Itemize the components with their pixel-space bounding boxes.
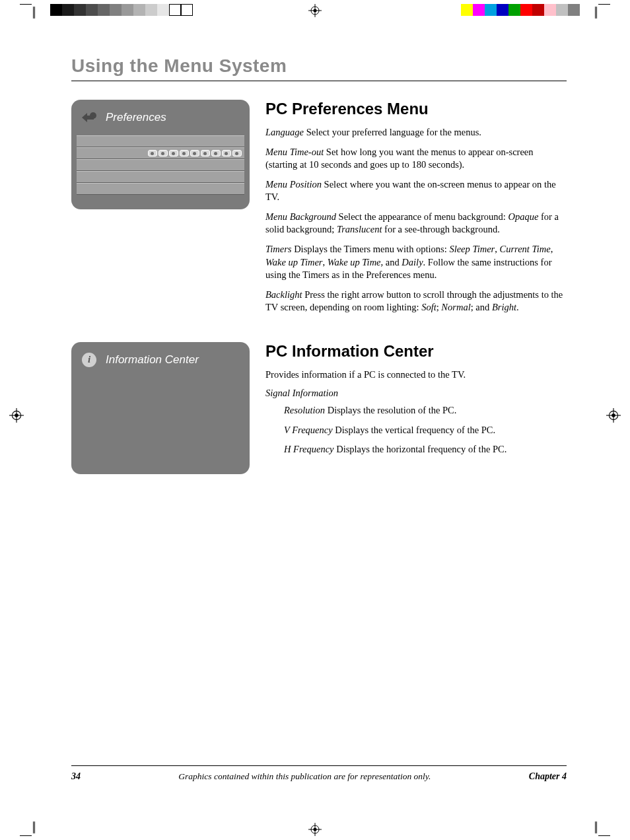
term: Menu Position (265, 179, 322, 190)
section-pc-information-center: PC Information Center Provides informati… (265, 342, 567, 463)
term: Backlight (265, 289, 302, 300)
registration-target-icon (9, 408, 24, 423)
print-topbar (0, 0, 630, 24)
swatch (556, 4, 568, 16)
page-title: Using the Menu System (71, 55, 567, 81)
definition-item: Menu Background Select the appearance of… (265, 211, 567, 236)
preferences-panel: Preferences (71, 100, 250, 209)
definition-text: Displays the Timers menu with options: S… (265, 244, 553, 280)
page-footer: 34 Graphics contained within this public… (71, 765, 567, 782)
definition-item: Resolution Displays the resolution of th… (284, 404, 567, 417)
swatch (181, 4, 193, 16)
registration-target-icon (606, 408, 621, 423)
print-bottombar (0, 816, 630, 840)
sub-heading: Signal Information (265, 388, 567, 399)
swatch (544, 4, 556, 16)
page-number: 34 (71, 771, 81, 782)
term: Timers (265, 244, 292, 254)
swatch (98, 4, 110, 16)
panel-row (77, 135, 244, 147)
panel-title: Information Center (106, 353, 199, 367)
swatch (62, 4, 74, 16)
swatch (485, 4, 497, 16)
crop-mark-icon (592, 4, 610, 22)
panel-row-list (77, 135, 244, 195)
information-center-panel: i Information Center (71, 342, 250, 474)
term: Resolution (284, 405, 325, 415)
color-swatch-strip (461, 4, 580, 16)
crop-mark-icon (33, 4, 52, 22)
swatch (497, 4, 508, 16)
panel-header: i Information Center (77, 349, 244, 374)
definition-item: Menu Position Select where you want the … (265, 178, 567, 204)
preferences-icon (79, 109, 99, 126)
definition-item: V Frequency Displays the vertical freque… (284, 424, 567, 437)
term: H Frequency (284, 444, 334, 454)
definition-item: Menu Time-out Set how long you want the … (265, 146, 567, 172)
section-pc-preferences: PC Preferences Menu Language Select your… (265, 100, 567, 321)
definition-item: H Frequency Displays the horizontal freq… (284, 443, 567, 456)
info-icon: i (79, 351, 99, 368)
swatch (473, 4, 485, 16)
swatch (86, 4, 98, 16)
crop-mark-icon (33, 818, 52, 836)
definition-text: Select your preferred language for the m… (304, 127, 481, 137)
swatch (169, 4, 181, 16)
registration-target-icon (308, 823, 322, 836)
definition-item: Backlight Press the right arrow button t… (265, 289, 567, 314)
definition-item: Language Select your preferred language … (265, 126, 567, 139)
segment-strip-icon (148, 150, 242, 157)
swatch (110, 4, 122, 16)
section-heading: PC Preferences Menu (265, 100, 567, 118)
definition-text: Displays the horizontal frequency of the… (334, 444, 507, 454)
swatch (122, 4, 133, 16)
registration-target-icon (308, 4, 322, 17)
panel-row (77, 159, 244, 171)
swatch (74, 4, 86, 16)
panel-row (77, 147, 244, 159)
panel-row (77, 183, 244, 195)
definition-item: Timers Displays the Timers menu with opt… (265, 243, 567, 282)
swatch (50, 4, 62, 16)
panel-title: Preferences (106, 111, 166, 124)
definition-text: Displays the vertical frequency of the P… (333, 425, 495, 435)
grayscale-swatch-strip (50, 4, 193, 16)
panel-header: Preferences (77, 106, 244, 131)
row-preferences: Preferences PC Preferences Menu Language… (71, 100, 567, 321)
swatch (461, 4, 473, 16)
swatch (133, 4, 145, 16)
term: V Frequency (284, 425, 333, 435)
footer-caption: Graphics contained within this publicati… (178, 771, 431, 782)
page-content: Using the Menu System Preferences (71, 55, 567, 782)
chapter-label: Chapter 4 (529, 771, 567, 782)
swatch (157, 4, 169, 16)
term: Language (265, 127, 304, 137)
crop-mark-icon (592, 818, 610, 836)
panel-row (77, 171, 244, 183)
term: Menu Time-out (265, 147, 324, 157)
section-heading: PC Information Center (265, 342, 567, 361)
swatch (532, 4, 544, 16)
swatch (145, 4, 157, 16)
intro-text: Provides information if a PC is connecte… (265, 368, 567, 382)
svg-point-13 (90, 112, 96, 119)
term: Menu Background (265, 211, 336, 222)
definition-text: Displays the resolution of the PC. (325, 405, 456, 415)
swatch (508, 4, 520, 16)
row-information-center: i Information Center PC Information Cent… (71, 342, 567, 474)
definition-text: Press the right arrow button to scroll t… (265, 289, 563, 313)
swatch (520, 4, 532, 16)
